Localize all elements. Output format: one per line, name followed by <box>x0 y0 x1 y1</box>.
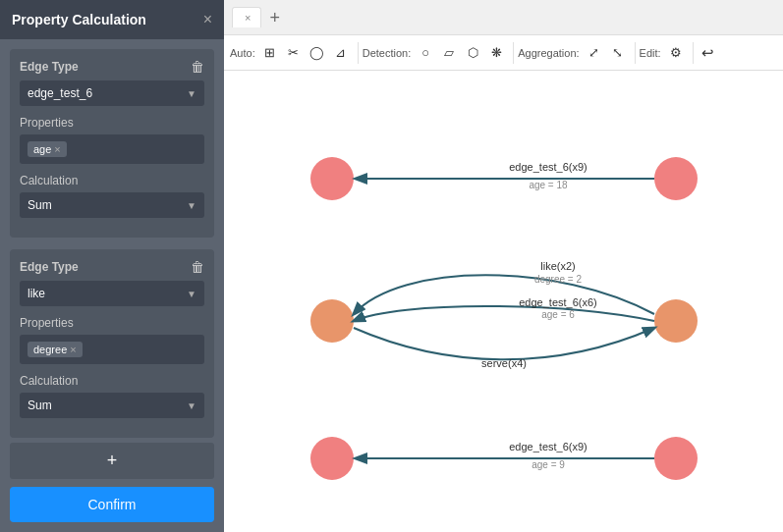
calculation-label-1: Calculation <box>20 174 204 187</box>
edge-1-sublabel: age = 18 <box>529 180 568 190</box>
edit-section: Edit: ⚙ <box>640 42 694 64</box>
node-1[interactable] <box>310 157 354 200</box>
node-4[interactable] <box>654 299 698 343</box>
edge-type-select-wrapper-1: edge_test_6 ▼ <box>20 80 204 106</box>
edge-3 <box>354 306 654 321</box>
tab-item[interactable]: × <box>232 7 261 27</box>
edge-3-label: edge_test_6(x6) <box>519 296 597 308</box>
edge-4-label: serve(x4) <box>481 357 527 369</box>
detection-icon-2[interactable]: ▱ <box>438 42 460 64</box>
delete-icon-2[interactable]: 🗑 <box>191 259 204 275</box>
tag-remove-degree-2[interactable]: × <box>70 344 76 355</box>
tag-remove-age-1[interactable]: × <box>54 143 60 155</box>
auto-label: Auto: <box>230 47 255 59</box>
node-2[interactable] <box>654 157 698 200</box>
properties-input-2[interactable]: degree × <box>20 335 204 364</box>
edit-label: Edit: <box>640 47 661 59</box>
node-5[interactable] <box>310 437 354 480</box>
tab-close-icon[interactable]: × <box>245 12 251 24</box>
edge-2-label: like(x2) <box>540 260 575 272</box>
calculation-label-2: Calculation <box>20 374 204 388</box>
calculation-select-wrapper-2: Sum ▼ <box>20 393 204 418</box>
edge-4 <box>354 328 654 359</box>
tab-bar: × + <box>224 0 783 35</box>
edge-type-row-2: Edge Type 🗑 <box>20 259 204 275</box>
properties-label-1: Properties <box>20 116 204 130</box>
aggregation-section: Aggregation: ⤢ ⤡ <box>518 42 635 64</box>
new-tab-button[interactable]: + <box>265 9 284 27</box>
edge-2 <box>354 275 654 314</box>
edge-type-label-2: Edge Type <box>20 260 79 274</box>
auto-icon-3[interactable]: ◯ <box>307 42 328 64</box>
detection-section: Detection: ○ ▱ ⬡ ❋ <box>363 42 515 64</box>
aggregation-icon-2[interactable]: ⤡ <box>607 42 629 64</box>
auto-icon-1[interactable]: ⊞ <box>259 42 281 64</box>
sidebar-body: Edge Type 🗑 edge_test_6 ▼ Properties age… <box>0 39 224 439</box>
right-area: × + Auto: ⊞ ✂ ◯ ⊿ Detection: ○ ▱ ⬡ ❋ Agg… <box>224 0 783 532</box>
toolbar: Auto: ⊞ ✂ ◯ ⊿ Detection: ○ ▱ ⬡ ❋ Aggrega… <box>224 35 783 71</box>
aggregation-label: Aggregation: <box>518 47 579 59</box>
calculation-select-1[interactable]: Sum <box>20 192 204 218</box>
detection-icon-4[interactable]: ❋ <box>485 42 507 64</box>
canvas-area: edge_test_6(x9) age = 18 like(x2) degree… <box>224 71 783 532</box>
age-tag-1: age × <box>28 141 67 157</box>
auto-icon-4[interactable]: ⊿ <box>330 42 352 64</box>
edge-5-label: edge_test_6(x9) <box>509 441 587 452</box>
edge-type-label-1: Edge Type <box>20 60 79 74</box>
properties-label-2: Properties <box>20 316 204 330</box>
edge-type-select-1[interactable]: edge_test_6 <box>20 80 204 106</box>
undo-section: ↩ <box>698 42 725 64</box>
calculation-select-wrapper-1: Sum ▼ <box>20 192 204 218</box>
add-section-button[interactable]: + <box>10 443 214 479</box>
node-6[interactable] <box>654 437 698 480</box>
sidebar-title: Property Calculation <box>12 12 146 27</box>
edge-1-label: edge_test_6(x9) <box>509 161 587 173</box>
close-icon[interactable]: × <box>203 11 212 28</box>
node-3[interactable] <box>310 299 354 343</box>
edge-3-sublabel: age = 6 <box>541 309 575 320</box>
sidebar-header: Property Calculation × <box>0 0 224 39</box>
degree-tag-2: degree × <box>28 342 83 357</box>
detection-label: Detection: <box>363 47 412 59</box>
edge-section-1: Edge Type 🗑 edge_test_6 ▼ Properties age… <box>10 49 214 238</box>
edge-type-row-1: Edge Type 🗑 <box>20 59 204 75</box>
confirm-button[interactable]: Confirm <box>10 487 214 522</box>
detection-icon-3[interactable]: ⬡ <box>462 42 483 64</box>
graph-svg: edge_test_6(x9) age = 18 like(x2) degree… <box>224 71 783 532</box>
edit-icon-1[interactable]: ⚙ <box>665 42 687 64</box>
edge-section-2: Edge Type 🗑 like ▼ Properties degree × <box>10 249 214 438</box>
edge-type-select-2[interactable]: like <box>20 281 204 306</box>
edge-type-select-wrapper-2: like ▼ <box>20 281 204 306</box>
delete-icon-1[interactable]: 🗑 <box>191 59 204 75</box>
edge-5-sublabel: age = 9 <box>531 459 565 470</box>
auto-icon-2[interactable]: ✂ <box>283 42 305 64</box>
aggregation-icon-1[interactable]: ⤢ <box>584 42 605 64</box>
auto-section: Auto: ⊞ ✂ ◯ ⊿ <box>230 42 359 64</box>
properties-input-1[interactable]: age × <box>20 134 204 164</box>
edge-mid-sublabel: degree = 2 <box>534 274 583 285</box>
sidebar: Property Calculation × Edge Type 🗑 edge_… <box>0 0 224 532</box>
undo-button[interactable]: ↩ <box>698 42 719 64</box>
calculation-select-2[interactable]: Sum <box>20 393 204 418</box>
detection-icon-1[interactable]: ○ <box>415 42 436 64</box>
